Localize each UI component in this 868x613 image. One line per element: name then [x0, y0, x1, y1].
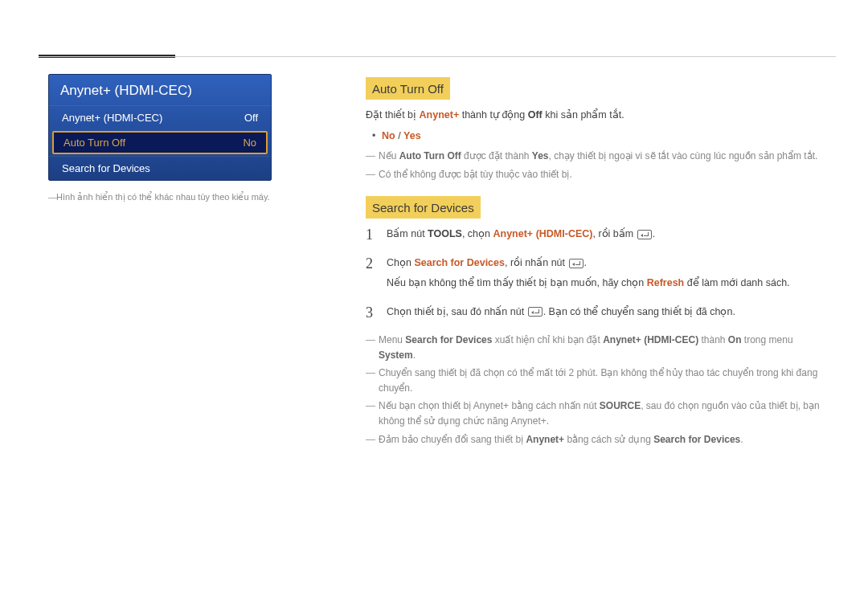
text: Đảm bảo chuyển đổi sang thiết bị — [379, 434, 526, 445]
option-no: No — [382, 130, 395, 141]
step-body: Chọn thiết bị, sau đó nhấn nút . Bạn có … — [387, 304, 828, 325]
panel-row-search-devices[interactable]: Search for Devices — [49, 156, 271, 180]
step-body: Bấm nút TOOLS, chọn Anynet+ (HDMI-CEC), … — [387, 227, 828, 247]
text: , chọn — [462, 228, 493, 239]
text: bằng cách sử dụng — [564, 434, 653, 445]
step-number: 2 — [366, 255, 377, 296]
section-heading: Search for Devices — [366, 196, 481, 219]
text: Menu — [379, 334, 405, 345]
text: Nếu bạn không thể tìm thấy thiết bị bạn … — [387, 277, 647, 288]
step-3: 3 Chọn thiết bị, sau đó nhấn nút . Bạn c… — [366, 304, 828, 325]
text: . — [740, 434, 743, 445]
section-auto-turn-off: Auto Turn Off Đặt thiết bị Anynet+ thành… — [366, 77, 828, 182]
note-line: Nếu Auto Turn Off được đặt thành Yes, ch… — [379, 149, 828, 164]
text: Chọn — [387, 257, 414, 268]
bold-text: Anynet+ — [526, 434, 564, 445]
note-line: Menu Search for Devices xuất hiện chỉ kh… — [379, 333, 828, 362]
highlight: Off — [528, 109, 542, 121]
row-label: Search for Devices — [62, 162, 150, 174]
text: . — [584, 257, 587, 268]
bold-text: SOURCE — [600, 400, 641, 411]
text: được đặt thành — [461, 150, 532, 161]
highlight: Refresh — [647, 277, 685, 288]
footnotes: Menu Search for Devices xuất hiện chỉ kh… — [366, 333, 828, 447]
highlight: Search for Devices — [414, 257, 505, 268]
row-label: Anynet+ (HDMI-CEC) — [62, 112, 162, 124]
bold-text: Search for Devices — [405, 334, 492, 345]
panel-title: Anynet+ (HDMI-CEC) — [49, 75, 271, 105]
row-value: No — [243, 137, 256, 149]
text: thành — [698, 334, 728, 345]
text: Nếu bạn chọn thiết bị Anynet+ bằng cách … — [379, 400, 600, 411]
text: để làm mới danh sách. — [684, 277, 789, 288]
text: Chọn thiết bị, sau đó nhấn nút — [387, 306, 527, 317]
row-value: Off — [244, 112, 258, 124]
highlight: Anynet+ (HDMI-CEC) — [493, 228, 593, 239]
note-line: Có thể không được bật tùy thuộc vào thiế… — [379, 167, 828, 182]
bold-text: Search for Devices — [653, 434, 740, 445]
text: , rồi nhấn nút — [505, 257, 568, 268]
bold-text: TOOLS — [428, 228, 462, 239]
bold-text: Yes — [532, 150, 549, 161]
header-rule — [39, 56, 836, 57]
text: Đặt thiết bị — [366, 109, 420, 121]
panel-row-auto-turn-off[interactable]: Auto Turn Off No — [52, 131, 268, 154]
enter-icon — [528, 307, 542, 317]
step-number: 3 — [366, 304, 377, 325]
bold-text: Auto Turn Off — [399, 150, 461, 161]
note-line: Chuyển sang thiết bị đã chọn có thể mất … — [379, 366, 828, 395]
text: Bấm nút — [387, 228, 428, 239]
text: , rồi bấm — [592, 228, 636, 239]
highlight: Anynet+ — [420, 109, 460, 121]
text: trong menu — [742, 334, 793, 345]
step-number: 1 — [366, 227, 377, 247]
intro-line: Đặt thiết bị Anynet+ thành tự động Off k… — [366, 108, 828, 123]
option-bullet: No / Yes — [382, 129, 828, 144]
text: Nếu — [379, 150, 399, 161]
text: / — [395, 130, 403, 141]
settings-panel: Anynet+ (HDMI-CEC) Anynet+ (HDMI-CEC) Of… — [48, 74, 272, 181]
settings-panel-column: Anynet+ (HDMI-CEC) Anynet+ (HDMI-CEC) Of… — [48, 74, 272, 202]
enter-icon — [569, 259, 583, 268]
bold-text: Anynet+ (HDMI-CEC) — [603, 334, 698, 345]
row-label: Auto Turn Off — [63, 137, 125, 149]
text: thành tự động — [459, 109, 528, 121]
panel-row-anynet[interactable]: Anynet+ (HDMI-CEC) Off — [49, 105, 271, 129]
text: . — [413, 349, 416, 361]
section-search-devices: Search for Devices 1 Bấm nút TOOLS, chọn… — [366, 196, 828, 447]
text: xuất hiện chỉ khi bạn đặt — [492, 334, 603, 345]
note-line: Nếu bạn chọn thiết bị Anynet+ bằng cách … — [379, 398, 828, 428]
step-body: Chọn Search for Devices, rồi nhấn nút . … — [387, 255, 828, 296]
text: . Bạn có thể chuyển sang thiết bị đã chọ… — [543, 306, 735, 317]
step-1: 1 Bấm nút TOOLS, chọn Anynet+ (HDMI-CEC)… — [366, 227, 828, 247]
section-heading: Auto Turn Off — [366, 77, 450, 100]
text: khi sản phẩm tắt. — [542, 109, 624, 121]
panel-caption: Hình ảnh hiển thị có thể khác nhau tùy t… — [48, 192, 272, 202]
content-column: Auto Turn Off Đặt thiết bị Anynet+ thành… — [366, 77, 828, 450]
option-yes: Yes — [403, 130, 421, 141]
text: . — [653, 228, 655, 239]
text: , chạy thiết bị ngoại vi sẽ tắt vào cùng… — [549, 150, 818, 161]
enter-icon — [637, 230, 652, 239]
step-2: 2 Chọn Search for Devices, rồi nhấn nút … — [366, 255, 828, 296]
bold-text: On — [728, 334, 742, 345]
bold-text: System — [379, 349, 413, 361]
note-line: Đảm bảo chuyển đổi sang thiết bị Anynet+… — [379, 432, 828, 447]
